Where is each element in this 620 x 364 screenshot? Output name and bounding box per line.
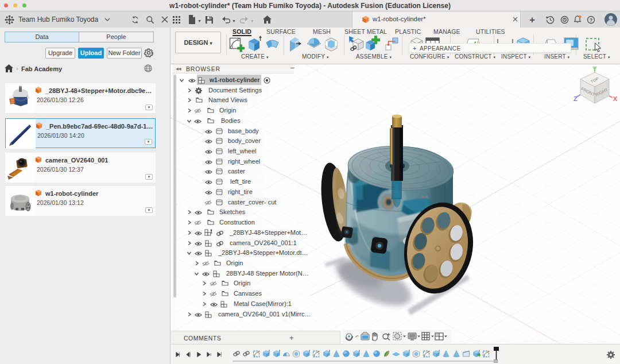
svg-text:Y: Y <box>592 65 597 72</box>
svg-text:?: ? <box>590 17 593 23</box>
svg-text:Z: Z <box>574 95 578 102</box>
svg-text:X: X <box>613 95 618 102</box>
